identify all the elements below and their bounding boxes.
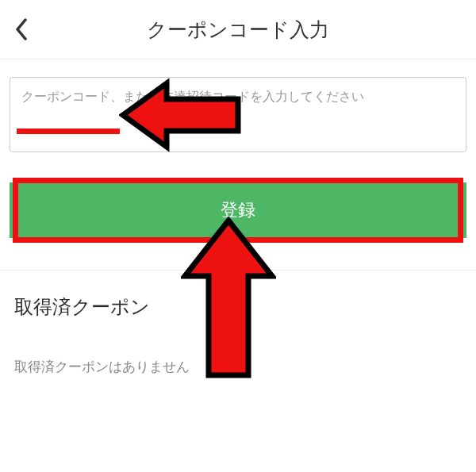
annotation-underline xyxy=(17,129,120,134)
register-button[interactable]: 登録 xyxy=(10,182,466,238)
form-section: クーポンコード、または友達招待コードを入力してください 登録 xyxy=(0,59,476,238)
coupons-title: 取得済クーポン xyxy=(14,294,462,320)
page-title: クーポンコード入力 xyxy=(0,17,476,43)
coupon-code-input[interactable]: クーポンコード、または友達招待コードを入力してください xyxy=(10,77,466,152)
register-button-label: 登録 xyxy=(221,198,255,222)
header: クーポンコード入力 xyxy=(0,0,476,59)
coupons-empty-text: 取得済クーポンはありません xyxy=(14,358,462,376)
input-placeholder: クーポンコード、または友達招待コードを入力してください xyxy=(21,89,455,106)
coupons-section: 取得済クーポン 取得済クーポンはありません xyxy=(0,271,476,376)
submit-button-wrap: 登録 xyxy=(10,182,466,238)
back-icon[interactable] xyxy=(14,18,29,40)
